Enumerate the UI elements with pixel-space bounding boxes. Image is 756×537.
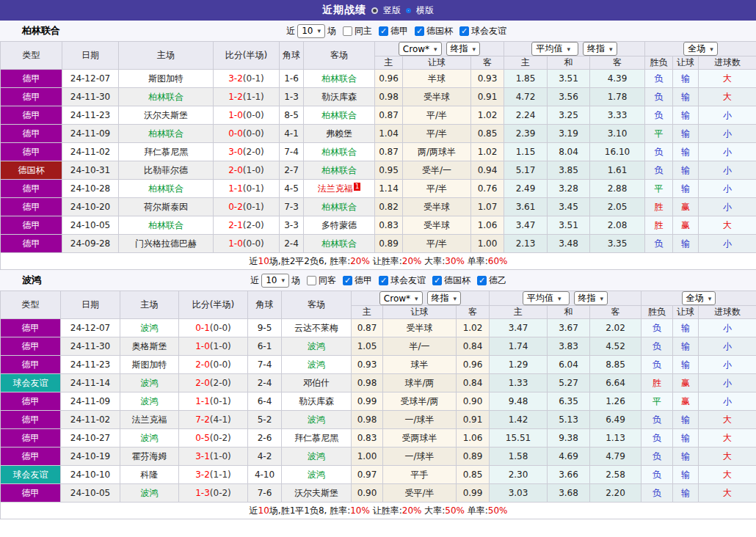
score: 2-0(2-0) (179, 374, 248, 392)
league-filter-label: 德甲 (390, 25, 408, 37)
page-title: 近期战绩 (322, 4, 366, 17)
corner-score: 8-5 (280, 106, 304, 125)
handicap-line: 一/球半 (383, 411, 457, 429)
match-row: 德甲24-10-20荷尔斯泰因0-2(0-1)7-3柏林联合0.82受半球1.0… (1, 198, 756, 216)
team-name-text: 柏林联合 (148, 128, 183, 139)
handicap-outcome: 输 (673, 180, 699, 198)
full-match-select[interactable]: 全场▾ (682, 291, 716, 305)
summary-text: 50% (488, 505, 508, 516)
final-index-select[interactable]: 终指▾ (446, 42, 481, 56)
league-filter-checkbox[interactable]: ✓ (477, 276, 487, 285)
team-name-text: 波鸿 (141, 396, 159, 406)
fulltime-score: 3-1 (195, 451, 210, 461)
avg-home-odds: 2.30 (490, 466, 548, 484)
score: 3-0(2-0) (214, 143, 280, 161)
same-venue-checkbox[interactable] (307, 276, 316, 285)
match-type-cell: 德甲 (1, 88, 62, 106)
match-date: 24-10-05 (61, 484, 120, 503)
handicap-line: 平/半 (403, 235, 471, 253)
match-row: 德甲24-11-09波鸿1-1(0-1)6-4勒沃库森0.99受球半/两0.90… (1, 392, 756, 411)
halftime-score: (0-1) (210, 396, 231, 406)
home-odds: 0.89 (375, 235, 403, 253)
summary-text: 近 (250, 505, 258, 516)
avg-away-odds: 2.05 (590, 198, 645, 216)
league-filter-checkbox[interactable]: ✓ (343, 276, 352, 285)
match-date: 24-11-14 (61, 374, 120, 392)
avg-away-odds: 3.10 (590, 125, 645, 143)
avg-home-odds: 1.29 (490, 356, 548, 374)
fulltime-score: 0-1 (195, 323, 210, 333)
league-filter-checkbox[interactable]: ✓ (432, 276, 442, 285)
home-team: 波鸿 (120, 484, 179, 503)
avg-draw-odds: 3.51 (548, 70, 590, 88)
team-name-text: 邓伯什 (303, 378, 330, 388)
column-header: 客场 (304, 42, 375, 70)
horizontal-layout-radio[interactable] (406, 8, 411, 13)
match-date: 24-12-07 (62, 70, 119, 88)
final-index-select[interactable]: 终指▾ (427, 291, 462, 305)
corner-score: 7-6 (248, 484, 282, 503)
home-team: 荷尔斯泰因 (119, 198, 214, 216)
recent-count-select[interactable]: 10▾ (261, 274, 289, 288)
handicap-outcome: 赢 (673, 374, 699, 392)
team-name-text: 柏林联合 (321, 73, 357, 84)
match-date: 24-09-28 (62, 235, 119, 253)
handicap-outcome: 赢 (673, 392, 699, 411)
recent-count-select[interactable]: 10▾ (297, 24, 325, 38)
summary-text: 20% (402, 505, 422, 516)
summary-text: 60% (488, 256, 508, 266)
match-type-cell: 德甲 (1, 180, 62, 198)
handicap-outcome: 赢 (673, 216, 699, 235)
select-value: 终指 (451, 43, 468, 55)
chevron-down-icon: ▾ (710, 45, 713, 53)
league-filter-checkbox[interactable]: ✓ (379, 276, 388, 285)
result-outcome: 胜 (641, 374, 673, 392)
home-odds: 0.98 (352, 411, 383, 429)
avg-away-odds: 2.58 (590, 466, 641, 484)
league-filter-checkbox[interactable]: ✓ (379, 26, 388, 36)
team-name-text: 拜仁慕尼黑 (294, 433, 338, 443)
bookmaker-select[interactable]: Crow*▾ (399, 42, 442, 56)
avg-draw-odds: 5.13 (548, 411, 590, 429)
handicap-outcome: 输 (673, 466, 699, 484)
avg-home-odds: 1.15 (504, 143, 548, 161)
match-row: 德甲24-11-23沃尔夫斯堡1-0(0-0)8-5柏林联合0.87平/半1.0… (1, 106, 756, 125)
home-odds: 1.05 (352, 337, 383, 356)
final-index-select[interactable]: 终指▾ (574, 291, 608, 305)
chevron-down-icon: ▾ (281, 277, 285, 284)
average-select[interactable]: 平均值▾ (523, 291, 570, 305)
same-venue-checkbox[interactable] (343, 26, 352, 36)
avg-home-odds: 1.42 (490, 411, 548, 429)
bookmaker-select[interactable]: Crow*▾ (379, 291, 423, 305)
handicap-line: 受球半/两 (383, 392, 457, 411)
league-filter-label: 球会友谊 (471, 25, 506, 37)
avg-away-odds: 3.33 (590, 106, 645, 125)
halftime-score: (2-0) (210, 378, 231, 388)
corner-score: 6-1 (248, 337, 282, 356)
checkmark-icon: ✓ (380, 276, 387, 285)
team-name-text: 法兰克福 (318, 183, 353, 194)
team-name-text: 波鸿 (141, 488, 159, 498)
corner-score: 4-1 (280, 125, 304, 143)
score: 0-0(0-0) (214, 125, 280, 143)
column-header: 客 (471, 56, 504, 70)
vertical-layout-radio[interactable] (371, 7, 378, 14)
match-row: 德国杯24-10-31比勒菲尔德2-0(1-0)2-7柏林联合0.95受半/一0… (1, 161, 756, 180)
checkmark-icon: ✓ (461, 26, 468, 36)
match-row: 德甲24-11-09柏林联合0-0(0-0)4-1弗赖堡1.04平/半0.852… (1, 125, 756, 143)
fulltime-score: 2-0 (195, 378, 210, 388)
league-filter-checkbox[interactable]: ✓ (415, 26, 424, 36)
score: 1-3(0-2) (179, 484, 248, 503)
checkmark-icon: ✓ (344, 276, 351, 285)
select-value: 10 (266, 275, 277, 285)
team-name-text: 奥格斯堡 (132, 341, 167, 351)
league-filter-checkbox[interactable]: ✓ (459, 26, 469, 36)
full-match-select[interactable]: 全场▾ (683, 42, 718, 56)
final-index-select[interactable]: 终指▾ (583, 42, 617, 56)
goals-outcome: 大 (699, 429, 756, 448)
match-row: 德甲24-11-30奥格斯堡1-0(1-0)6-1波鸿1.05半/一0.841.… (1, 337, 756, 356)
away-team: 柏林联合 (304, 161, 375, 180)
column-header: 进球数 (699, 306, 756, 319)
average-select[interactable]: 平均值▾ (531, 42, 578, 56)
avg-away-odds: 4.79 (590, 448, 641, 466)
